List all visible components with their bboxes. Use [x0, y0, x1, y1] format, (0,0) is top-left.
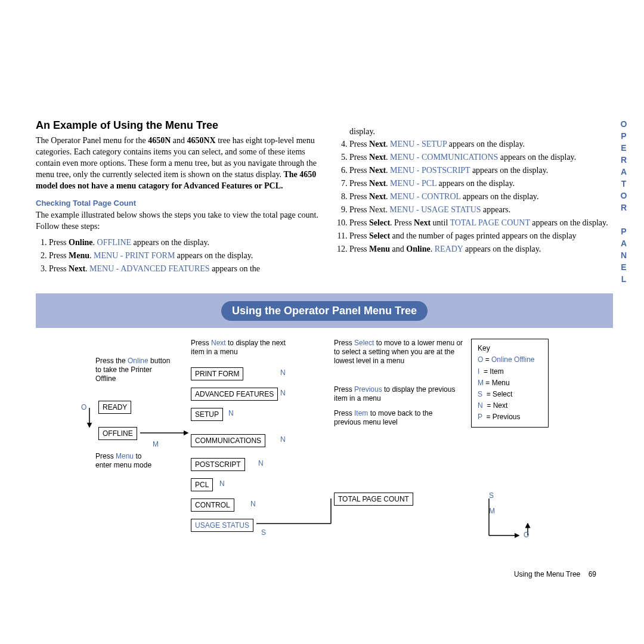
letter-N2: N — [280, 389, 286, 398]
letter-N6: N — [219, 479, 225, 488]
step-2: Press Menu. MENU - PRINT FORM appears on… — [49, 249, 320, 262]
menu-pcl: PCL — [191, 478, 213, 491]
letter-O: O — [81, 403, 86, 412]
menu-control: CONTROL — [191, 499, 234, 512]
hint-next: Press Next to display the next item in a… — [191, 339, 292, 357]
example-description: The example illustrated below shows the … — [36, 210, 320, 233]
hint-previous: Press Previous to display the previous i… — [334, 385, 459, 403]
hint-select: Press Select to move to a lower menu or … — [334, 339, 465, 366]
subsection-heading: Checking Total Page Count — [36, 199, 320, 208]
hint-menu: Press Menu to enter menu mode — [95, 452, 155, 470]
menu-usage-status: USAGE STATUS — [191, 519, 253, 532]
menu-print-form: PRINT FORM — [191, 367, 243, 380]
banner: Using the Operator Panel Menu Tree — [36, 293, 613, 328]
right-column: display. Press Next. MENU - SETUP appear… — [336, 125, 620, 275]
menu-advanced-features: ADVANCED FEATURES — [191, 388, 278, 401]
letter-S1: S — [261, 528, 266, 537]
left-column: An Example of Using the Menu Tree The Op… — [36, 36, 320, 275]
banner-title: Using the Operator Panel Menu Tree — [221, 301, 428, 321]
letter-N3: N — [228, 409, 234, 418]
steps-left: Press Online. OFFLINE appears on the dis… — [36, 236, 320, 275]
menu-postscript: POSTSCRIPT — [191, 458, 245, 471]
state-ready: READY — [98, 401, 131, 414]
letter-N5: N — [258, 459, 264, 468]
menu-communications: COMMUNICATIONS — [191, 434, 265, 447]
letter-O2: O — [524, 531, 529, 540]
section-tab: OPERATOR PANEL — [619, 119, 628, 286]
letter-N7: N — [250, 500, 256, 509]
steps-right: Press Next. MENU - SETUP appears on the … — [336, 138, 620, 255]
intro-paragraph: The Operator Panel menu for the 4650N an… — [36, 135, 320, 191]
step-3: Press Next. MENU - ADVANCED FEATURES app… — [49, 262, 320, 275]
letter-N4: N — [280, 435, 286, 444]
letter-M: M — [153, 440, 159, 449]
state-offline: OFFLINE — [98, 427, 137, 440]
section-heading: An Example of Using the Menu Tree — [36, 119, 320, 132]
hint-online: Press the Online button to take the Prin… — [95, 357, 173, 383]
total-page-count: TOTAL PAGE COUNT — [334, 493, 413, 506]
step-1: Press Online. OFFLINE appears on the dis… — [49, 236, 320, 249]
legend-key: Key O = Online Offline I = Item M = Menu… — [471, 339, 549, 427]
key-title: Key — [478, 343, 542, 354]
letter-N1: N — [280, 369, 286, 377]
page-footer: Using the Menu Tree 69 — [514, 570, 596, 578]
hint-item: Press Item to move back to the previous … — [334, 409, 453, 427]
letter-S2: S — [489, 491, 494, 500]
menu-tree-diagram: Press the Online button to take the Prin… — [36, 339, 620, 559]
continuation-text: display. — [336, 125, 620, 138]
menu-setup: SETUP — [191, 408, 223, 421]
two-column-layout: An Example of Using the Menu Tree The Op… — [36, 36, 620, 275]
letter-M2: M — [489, 507, 495, 516]
